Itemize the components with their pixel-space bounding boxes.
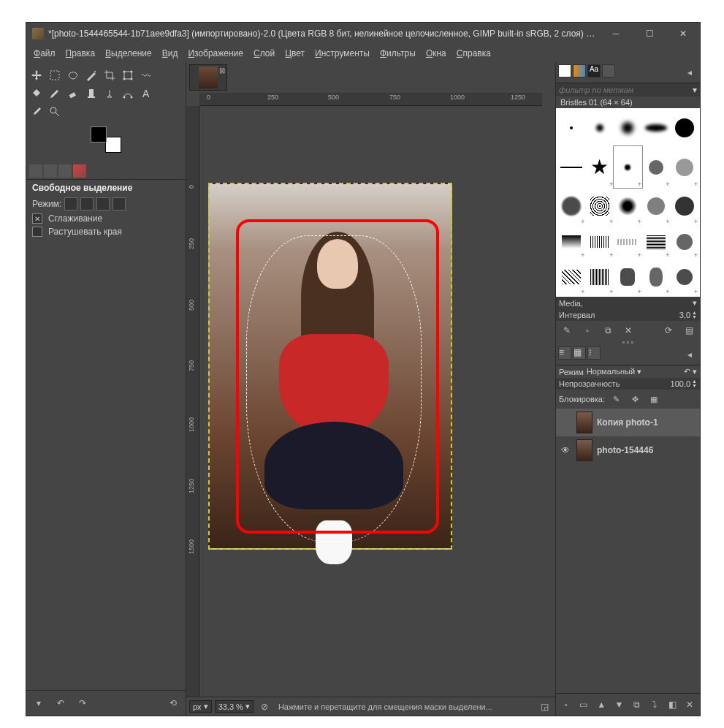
unit-select[interactable]: px▾ <box>189 700 212 713</box>
zoom-tool[interactable] <box>46 103 64 121</box>
feather-checkbox[interactable] <box>32 227 42 237</box>
menu-image[interactable]: Изображение <box>183 47 248 60</box>
tab-paths[interactable]: ⫶ <box>587 346 601 360</box>
duplicate-brush-button[interactable]: ⧉ <box>600 322 616 338</box>
ruler-horizontal[interactable]: 0 250 500 750 1000 1250 <box>199 93 542 106</box>
tab-patterns[interactable] <box>573 64 586 77</box>
open-brush-button[interactable]: ▤ <box>681 322 697 338</box>
text-tool[interactable]: A <box>137 85 155 102</box>
tab-undo-history[interactable] <box>58 164 72 178</box>
merge-layer-button[interactable]: ⤵ <box>647 697 661 713</box>
tab-device-status[interactable] <box>44 164 57 178</box>
menu-layer[interactable]: Слой <box>249 47 279 60</box>
tab-history[interactable] <box>602 64 615 77</box>
mode-add-button[interactable] <box>80 197 94 211</box>
bg-color-swatch[interactable] <box>105 137 121 153</box>
panel-menu-button[interactable]: ◂ <box>682 64 698 80</box>
smudge-tool[interactable] <box>101 85 118 102</box>
canvas[interactable] <box>199 106 542 697</box>
layer-item[interactable]: Копия photo-1 <box>556 409 700 436</box>
menu-view[interactable]: Вид <box>158 47 183 60</box>
brush-grid[interactable]: ★+ + + + + + + + + + + + + + + + + + + <box>556 108 700 297</box>
fg-bg-colors[interactable] <box>91 126 121 153</box>
reset-options-button[interactable]: ⟲ <box>165 695 181 711</box>
lower-layer-button[interactable]: ▼ <box>612 697 626 713</box>
new-brush-button[interactable]: ▫ <box>579 322 595 338</box>
chevron-down-icon[interactable]: ▾ <box>693 85 697 95</box>
eraser-tool[interactable] <box>64 85 82 102</box>
free-select-tool[interactable] <box>64 67 82 84</box>
close-document-button[interactable]: ⊠ <box>219 67 225 75</box>
bucket-tool[interactable] <box>28 85 45 102</box>
duplicate-layer-button[interactable]: ⧉ <box>630 697 644 713</box>
menu-help[interactable]: Справка <box>452 47 495 60</box>
color-picker-tool[interactable] <box>28 103 45 121</box>
mask-layer-button[interactable]: ◧ <box>666 697 679 713</box>
reset-mode-button[interactable]: ↶ ▾ <box>684 367 697 376</box>
mode-replace-button[interactable] <box>64 197 77 211</box>
menu-color[interactable]: Цвет <box>281 47 309 60</box>
clone-tool[interactable] <box>83 85 100 102</box>
menu-filters[interactable]: Фильтры <box>376 47 420 60</box>
move-tool[interactable] <box>28 67 45 84</box>
menu-windows[interactable]: Окна <box>422 47 451 60</box>
mode-subtract-button[interactable] <box>96 197 110 211</box>
visibility-toggle[interactable]: 👁 <box>559 445 572 455</box>
delete-layer-button[interactable]: ✕ <box>683 697 697 713</box>
tab-tool-options[interactable] <box>29 164 42 178</box>
arrow-down-icon[interactable]: ▼ <box>692 315 697 319</box>
interval-value[interactable]: 3,0 <box>679 311 690 319</box>
rect-select-tool[interactable] <box>46 67 64 84</box>
media-label[interactable]: Media, <box>559 299 583 308</box>
layer-item[interactable]: 👁 photo-154446 <box>556 436 700 464</box>
new-group-button[interactable]: ▭ <box>576 697 590 713</box>
panel-menu-button-2[interactable]: ◂ <box>682 346 698 363</box>
mode-intersect-button[interactable] <box>113 197 126 211</box>
lock-alpha-button[interactable]: ▦ <box>646 391 662 407</box>
new-layer-button[interactable]: ▫ <box>559 697 573 713</box>
raise-layer-button[interactable]: ▲ <box>595 697 609 713</box>
fuzzy-select-tool[interactable] <box>83 67 100 84</box>
layer-name[interactable]: Копия photo-1 <box>597 417 697 428</box>
ruler-vertical[interactable]: 0 250 500 750 1000 1250 1500 <box>186 106 199 697</box>
delete-options-button[interactable]: ↷ <box>75 695 91 711</box>
warp-tool[interactable] <box>137 67 155 84</box>
statusbar: px▾ 33,3 %▾ ⊘ Нажмите и перетащите для с… <box>186 697 555 716</box>
menu-edit[interactable]: Правка <box>61 47 100 60</box>
antialias-checkbox[interactable] <box>32 213 42 224</box>
lock-position-button[interactable]: ✥ <box>627 391 643 407</box>
layer-name[interactable]: photo-154446 <box>597 445 697 455</box>
brush-filter-input[interactable] <box>559 86 693 94</box>
maximize-button[interactable]: ☐ <box>633 23 666 45</box>
path-tool[interactable] <box>119 85 137 102</box>
tab-fonts[interactable]: Aa <box>587 64 601 77</box>
close-button[interactable]: ✕ <box>666 23 700 45</box>
cancel-icon[interactable]: ⊘ <box>256 699 273 715</box>
lock-pixels-button[interactable]: ✎ <box>608 391 624 407</box>
refresh-brush-button[interactable]: ⟳ <box>660 322 677 338</box>
layers-list: Копия photo-1 👁 photo-154446 <box>556 409 700 693</box>
delete-brush-button[interactable]: ✕ <box>620 322 636 338</box>
chevron-down-icon[interactable]: ▾ <box>693 298 697 308</box>
menu-select[interactable]: Выделение <box>101 47 156 60</box>
toolbox: A <box>26 62 186 163</box>
mode-select[interactable]: Нормальный ▾ <box>587 367 641 376</box>
opacity-value[interactable]: 100,0 <box>671 379 691 388</box>
zoom-select[interactable]: 33,3 %▾ <box>215 700 254 713</box>
menu-file[interactable]: Файл <box>29 47 60 60</box>
tab-layers[interactable]: ≡ <box>558 346 571 360</box>
fg-color-swatch[interactable] <box>91 126 107 143</box>
tab-images[interactable] <box>73 164 86 178</box>
crop-tool[interactable] <box>101 67 118 84</box>
minimize-button[interactable]: ─ <box>599 23 633 45</box>
transform-tool[interactable] <box>119 67 137 84</box>
tab-channels[interactable]: ▦ <box>573 346 586 360</box>
edit-brush-button[interactable]: ✎ <box>559 322 575 338</box>
tab-brushes[interactable] <box>558 64 571 77</box>
document-tab[interactable]: ⊠ <box>189 64 227 91</box>
menu-tools[interactable]: Инструменты <box>310 47 374 60</box>
restore-options-button[interactable]: ↶ <box>53 695 69 711</box>
save-options-button[interactable]: ▾ <box>31 695 47 711</box>
paintbrush-tool[interactable] <box>46 85 64 102</box>
navigation-icon[interactable]: ◲ <box>536 699 552 715</box>
